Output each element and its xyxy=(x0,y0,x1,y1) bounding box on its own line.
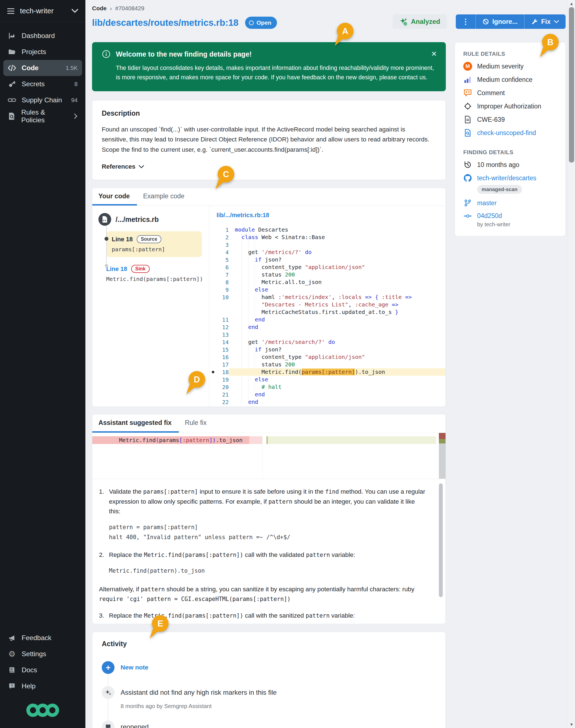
trace-file-name[interactable]: /.../metrics.rb xyxy=(115,216,159,224)
github-icon xyxy=(463,174,472,182)
sidebar-item-docs[interactable]: Docs xyxy=(3,662,82,678)
code-line[interactable]: 13 xyxy=(209,331,445,338)
code-block[interactable]: 1module Descartes2 class Web < Sinatra::… xyxy=(209,226,445,406)
code-line[interactable]: 18 Metric.find(params[:pattern]).to_json xyxy=(209,368,445,376)
sidebar-item-rules-policies[interactable]: Rules & Policies xyxy=(3,108,82,124)
sidebar-item-dashboard[interactable]: Dashboard xyxy=(3,28,82,44)
svg-text:B: B xyxy=(547,37,553,47)
fix-diff-view: Metric.find(params[:pattern]).to_json xyxy=(92,433,445,479)
tab-rule-fix[interactable]: Rule fix xyxy=(179,414,214,433)
page-title[interactable]: lib/descartes/routes/metrics.rb:18 xyxy=(92,18,238,28)
trace-source-entry[interactable]: Line 18 Source params[:pattern] xyxy=(106,231,202,257)
diff-removed-pane: Metric.find(params[:pattern]).to_json xyxy=(92,433,263,479)
new-note-link[interactable]: New note xyxy=(121,664,148,671)
hamburger-icon[interactable] xyxy=(7,8,14,14)
code-line[interactable]: 17 status 200 xyxy=(209,361,445,368)
managed-scan-badge: managed-scan xyxy=(477,185,522,194)
document-icon xyxy=(463,115,472,124)
cwe-item: CWE-639 xyxy=(463,115,557,124)
tab-example-code[interactable]: Example code xyxy=(137,188,192,205)
code-line[interactable]: 16 content_type "application/json" xyxy=(209,353,445,361)
code-line[interactable]: 11 end xyxy=(209,316,445,323)
breadcrumb: Code › #70408429 xyxy=(92,5,144,12)
code-line[interactable]: 3 xyxy=(209,241,445,249)
code-line[interactable]: 10 haml :'metrics/index', :locals => { :… xyxy=(209,293,445,301)
code-line[interactable]: 22 end xyxy=(209,398,445,406)
code-line[interactable]: 2 class Web < Sinatra::Base xyxy=(209,233,445,241)
commit-link-item[interactable]: 04d250d by tech-writer xyxy=(463,212,557,228)
assistant-sparkle-icon xyxy=(102,686,114,699)
sidebar: tech-writer Dashboard Projects Code 1.5K… xyxy=(0,0,86,728)
code-icon xyxy=(8,65,16,71)
sidebar-item-projects[interactable]: Projects xyxy=(3,44,82,60)
status-badge[interactable]: Open xyxy=(245,16,277,29)
fix-button[interactable]: Fix xyxy=(524,14,566,29)
diff-removed-line: Metric.find(params[:pattern]).to_json xyxy=(92,436,262,444)
vuln-class-item: Improper Authorization xyxy=(463,102,557,110)
analyzed-button[interactable]: Analyzed xyxy=(393,14,447,29)
banner-close-icon[interactable]: ✕ xyxy=(431,50,437,58)
comment-code-icon xyxy=(463,89,472,97)
code-line[interactable]: 4 get '/metrics/?' do xyxy=(209,249,445,256)
scrollbar-up-icon[interactable]: ▲ xyxy=(568,1,575,6)
code-line[interactable]: 14 get '/metrics/search/?' do xyxy=(209,338,445,346)
page-scrollbar[interactable]: ▲ ▼ xyxy=(568,0,575,728)
org-chevron-down-icon[interactable] xyxy=(71,9,78,13)
org-name[interactable]: tech-writer xyxy=(20,7,54,15)
sink-snippet: Metric.find(params[:pattern]) xyxy=(106,276,202,282)
code-file-link[interactable]: lib/.../metrics.rb:18 xyxy=(216,212,269,219)
git-branch-icon xyxy=(463,199,472,207)
svg-text:?: ? xyxy=(11,684,13,688)
code-line[interactable]: 1module Descartes xyxy=(209,226,445,233)
more-actions-button[interactable]: ⋮ xyxy=(456,14,475,29)
kebab-icon: ⋮ xyxy=(462,17,469,26)
sidebar-item-code[interactable]: Code 1.5K xyxy=(3,60,82,76)
breadcrumb-code[interactable]: Code xyxy=(92,5,107,12)
code-line[interactable]: "Descartes - Metrics List", :cache_age =… xyxy=(209,301,445,308)
breadcrumb-finding-id: #70408429 xyxy=(115,5,144,12)
trace-sink-entry[interactable]: Line 18 Sink Metric.find(params[:pattern… xyxy=(106,265,202,282)
code-line[interactable]: 15 if json? xyxy=(209,346,445,353)
code-line[interactable]: 20 # halt xyxy=(209,383,445,391)
code-line[interactable]: 8 Metric.all.to_json xyxy=(209,278,445,286)
fix-scrollbar-thumb[interactable] xyxy=(439,484,443,597)
sink-line-label: Line 18 xyxy=(106,265,127,273)
plus-circle-icon: + xyxy=(102,661,114,674)
git-commit-icon xyxy=(463,213,472,219)
sidebar-item-supply-chain[interactable]: Supply Chain 94 xyxy=(3,92,82,108)
branch-link-item[interactable]: master xyxy=(463,199,557,207)
code-line[interactable]: MetricCacheStatus.first.updated_at.to_s … xyxy=(209,308,445,316)
diff-added-pane xyxy=(263,433,439,479)
description-heading: Description xyxy=(102,109,436,117)
diff-minimap-removed xyxy=(439,433,445,439)
code-line[interactable]: 21 end xyxy=(209,391,445,398)
sidebar-item-secrets[interactable]: Secrets 8 xyxy=(3,76,82,92)
sidebar-item-feedback[interactable]: Feedback xyxy=(3,630,82,646)
tab-your-code[interactable]: Your code xyxy=(92,188,137,205)
repo-link-item[interactable]: tech-writer/descartes xyxy=(463,174,557,182)
fix-instructions: 1.Validate the params[:pattern] input to… xyxy=(92,479,445,624)
scrollbar-down-icon[interactable]: ▼ xyxy=(568,722,575,727)
activity-timeline-line xyxy=(108,674,108,728)
code-line[interactable]: 5 if json? xyxy=(209,256,445,263)
commit-author: by tech-writer xyxy=(477,221,510,228)
references-toggle[interactable]: References xyxy=(102,163,436,170)
tab-assistant-fix[interactable]: Assistant suggested fix xyxy=(92,414,179,433)
scrollbar-thumb[interactable] xyxy=(569,7,574,163)
trace-connector xyxy=(106,226,107,266)
code-line[interactable]: 9 else xyxy=(209,286,445,293)
sidebar-item-help[interactable]: ? Help xyxy=(3,678,82,694)
rule-link-item[interactable]: check-unscoped-find xyxy=(463,129,557,137)
ignore-button[interactable]: Ignore... xyxy=(475,14,524,29)
megaphone-icon xyxy=(8,634,16,641)
code-line[interactable]: 19 else xyxy=(209,376,445,383)
code-line[interactable]: 7 status 200 xyxy=(209,271,445,278)
dashboard-icon xyxy=(8,32,16,40)
activity-meta: 8 months ago by Semgrep Assistant xyxy=(121,703,436,709)
code-line[interactable]: 6 content_type "application/json" xyxy=(209,263,445,271)
code-line[interactable]: 12 end xyxy=(209,323,445,331)
sidebar-item-settings[interactable]: ⚙ Settings xyxy=(3,646,82,662)
folder-icon xyxy=(8,48,16,56)
diff-scrollbar[interactable] xyxy=(439,433,445,479)
new-note-row[interactable]: + New note xyxy=(102,661,436,674)
